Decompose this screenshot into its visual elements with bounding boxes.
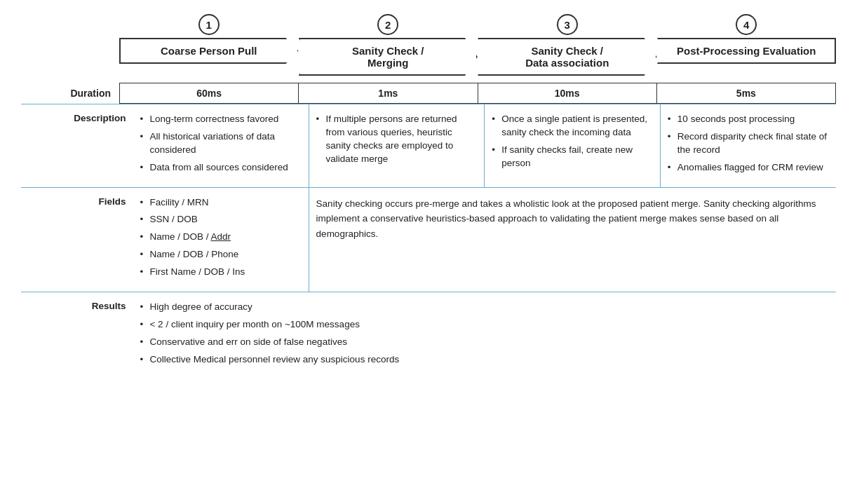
fields-row: Fields Facility / MRNSSN / DOBName / DOB… [21, 187, 836, 292]
step-wrapper-2: 2Sanity Check /Merging [299, 14, 478, 76]
step-number-3: 3 [557, 14, 578, 35]
list-item: Record disparity check final state of th… [668, 130, 829, 157]
fields-note-cell: Sanity checking occurs pre-merge and tak… [309, 187, 836, 292]
step-box-1: Coarse Person Pull [119, 38, 299, 64]
list-item: Name / DOB / Phone [140, 248, 301, 261]
pipeline-area: 1Coarse Person Pull2Sanity Check /Mergin… [21, 14, 836, 76]
results-list: High degree of accuracy< 2 / client inqu… [140, 301, 829, 367]
duration-cells: 60ms1ms10ms5ms [119, 83, 836, 104]
description-col1-list: Long-term correctness favoredAll histori… [140, 113, 301, 175]
description-col4: 10 seconds post processingRecord dispari… [660, 104, 836, 188]
step-wrapper-3: 3Sanity Check /Data association [478, 14, 657, 76]
list-item: 10 seconds post processing [668, 113, 829, 126]
content-table: Description Long-term correctness favore… [21, 104, 836, 382]
list-item: Long-term correctness favored [140, 113, 301, 126]
step-box-3: Sanity Check /Data association [478, 38, 657, 76]
description-col2-list: If multiple persons are returned from va… [316, 113, 478, 166]
list-item: Once a single patient is presented, sani… [492, 113, 653, 139]
list-item: If sanity checks fail, create new person [492, 144, 653, 170]
list-item: Facility / MRN [140, 196, 301, 210]
list-item: Data from all sources considered [140, 161, 301, 175]
results-col: High degree of accuracy< 2 / client inqu… [133, 292, 836, 382]
fields-col1-list: Facility / MRNSSN / DOBName / DOB / Addr… [140, 196, 301, 279]
description-row: Description Long-term correctness favore… [21, 104, 836, 188]
fields-col1: Facility / MRNSSN / DOBName / DOB / Addr… [133, 187, 309, 292]
description-col3: Once a single patient is presented, sani… [485, 104, 661, 188]
list-item: High degree of accuracy [140, 301, 829, 314]
fields-label: Fields [21, 187, 133, 292]
description-col3-list: Once a single patient is presented, sani… [492, 113, 653, 170]
duration-cell-2: 1ms [299, 83, 478, 103]
addr-underline: Addr [211, 231, 231, 242]
step-box-4: Post-Processing Evaluation [657, 38, 837, 64]
list-item: Collective Medical personnel review any … [140, 353, 829, 367]
duration-row: Duration 60ms1ms10ms5ms [21, 83, 836, 104]
list-item: Conservative and err on side of false ne… [140, 336, 829, 349]
duration-cell-1: 60ms [119, 83, 299, 103]
step-number-2: 2 [377, 14, 398, 35]
step-wrapper-4: 4Post-Processing Evaluation [657, 14, 837, 76]
duration-cell-4: 5ms [657, 83, 836, 103]
description-label: Description [21, 104, 133, 188]
list-item: SSN / DOB [140, 213, 301, 226]
description-col4-list: 10 seconds post processingRecord dispari… [668, 113, 829, 175]
list-item: If multiple persons are returned from va… [316, 113, 478, 166]
step-box-2: Sanity Check /Merging [299, 38, 478, 76]
step-wrapper-1: 1Coarse Person Pull [119, 14, 299, 76]
fields-note-text: Sanity checking occurs pre-merge and tak… [316, 198, 816, 239]
pipeline-steps: 1Coarse Person Pull2Sanity Check /Mergin… [119, 14, 836, 76]
list-item: Name / DOB / Addr [140, 231, 301, 244]
results-label: Results [21, 292, 133, 382]
list-item: < 2 / client inquiry per month on ~100M … [140, 318, 829, 332]
list-item: First Name / DOB / Ins [140, 266, 301, 279]
description-col1: Long-term correctness favoredAll histori… [133, 104, 309, 188]
step-number-4: 4 [736, 14, 757, 35]
list-item: All historical variations of data consid… [140, 130, 301, 157]
description-col2: If multiple persons are returned from va… [309, 104, 485, 188]
main-page: 1Coarse Person Pull2Sanity Check /Mergin… [0, 0, 857, 396]
duration-label: Duration [21, 88, 119, 99]
list-item: Anomalies flagged for CRM review [668, 161, 829, 175]
results-row: Results High degree of accuracy< 2 / cli… [21, 292, 836, 382]
step-number-1: 1 [198, 14, 220, 35]
duration-cell-3: 10ms [478, 83, 657, 103]
